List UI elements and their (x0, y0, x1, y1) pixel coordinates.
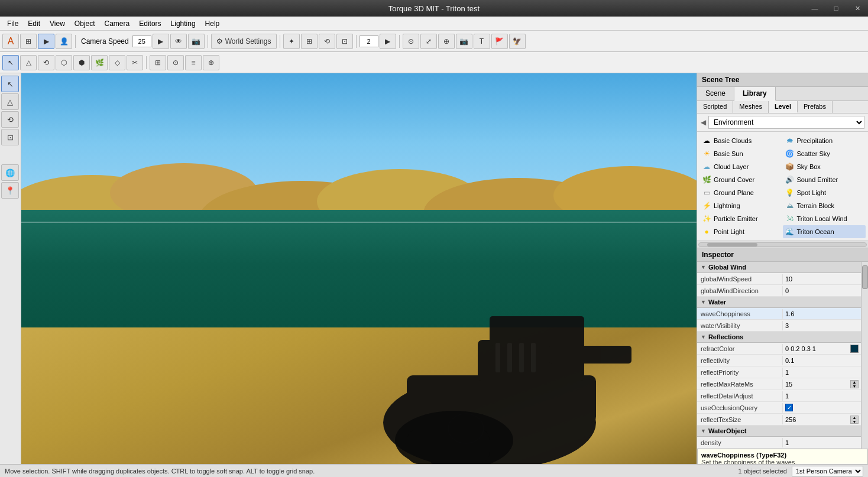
tool-scale-btn[interactable]: ⬡ (56, 55, 72, 70)
toolbar-text-btn[interactable]: T (474, 34, 490, 49)
toolbar-circle-btn[interactable]: ⊙ (403, 34, 419, 49)
toolbar-origin-btn[interactable]: ⊕ (438, 34, 455, 49)
env-item-precipitation[interactable]: 🌧 Precipitation (783, 134, 866, 147)
scene-scrollbar[interactable] (697, 241, 868, 248)
precipitation-icon: 🌧 (785, 136, 795, 145)
toolbar-grid2-btn[interactable]: ⊞ (301, 34, 318, 49)
toolbar-scale-btn[interactable]: ⊡ (336, 34, 353, 49)
inspector-scrollbar[interactable] (861, 262, 868, 449)
tool-rotate-btn[interactable]: ⟲ (38, 55, 54, 70)
lt-rotate-btn[interactable]: ⟲ (1, 111, 19, 128)
tool-decal-btn[interactable]: ◇ (109, 55, 125, 70)
env-item-basic-sun[interactable]: ☀ Basic Sun (699, 147, 783, 160)
occlusion-query-checkbox[interactable]: ✓ (785, 404, 793, 411)
close-button[interactable]: ✕ (847, 0, 868, 17)
svg-rect-12 (407, 429, 490, 464)
toolbar-snap-btn[interactable]: ✦ (283, 34, 300, 49)
point-light-icon: ● (702, 227, 711, 236)
tab-scene[interactable]: Scene (697, 87, 734, 100)
toolbar-play-btn[interactable]: ▶ (38, 34, 54, 49)
section-water[interactable]: ▼ Water (697, 297, 861, 308)
env-item-sound-emitter[interactable]: 🔊 Sound Emitter (783, 173, 866, 186)
lt-world-btn[interactable]: 🌐 (1, 164, 19, 181)
minimize-button[interactable]: — (804, 0, 825, 17)
menu-editors[interactable]: Editors (134, 18, 166, 29)
tool-cut-btn[interactable]: ✂ (127, 55, 143, 70)
grid-size-up-btn[interactable]: ▶ (380, 34, 396, 49)
env-category-select[interactable]: Environment (708, 116, 864, 129)
env-item-sky-box[interactable]: 📦 Sky Box (783, 160, 866, 173)
env-item-basic-clouds[interactable]: ☁ Basic Clouds (699, 134, 783, 147)
menu-view[interactable]: View (45, 18, 70, 29)
menu-help[interactable]: Help (200, 18, 225, 29)
env-item-terrain-block[interactable]: ⛰ Terrain Block (783, 199, 866, 212)
env-item-particle-emitter[interactable]: ✨ Particle Emitter (699, 212, 783, 225)
env-item-scatter-sky[interactable]: 🌀 Scatter Sky (783, 147, 866, 160)
toolbar-arrows-btn[interactable]: ⤢ (420, 34, 437, 49)
toolbar-flag-btn[interactable]: 🚩 (491, 34, 508, 49)
camera-speed-up-btn[interactable]: ▶ (153, 34, 169, 49)
refract-color-swatch[interactable] (850, 345, 859, 353)
grid-size-input[interactable] (359, 35, 378, 47)
tool-terrain-btn[interactable]: ⬢ (73, 55, 90, 70)
toolbar-logo-btn[interactable]: A (2, 34, 19, 49)
inspector[interactable]: Inspector ▼ Global Wind globalWindSpeed … (697, 248, 868, 464)
subtab-scripted[interactable]: Scripted (697, 101, 733, 113)
toolbar-bird-btn[interactable]: 🦅 (509, 34, 526, 49)
subtab-meshes[interactable]: Meshes (733, 101, 769, 113)
tool-select-btn[interactable]: ↖ (2, 55, 19, 70)
menu-camera[interactable]: Camera (100, 18, 135, 29)
section-water-object[interactable]: ▼ WaterObject (697, 426, 861, 437)
basic-clouds-icon: ☁ (702, 136, 711, 145)
lt-local-btn[interactable]: 📍 (1, 182, 19, 199)
env-item-point-light[interactable]: ● Point Light (699, 225, 783, 238)
tool-sep1 (146, 56, 147, 69)
tool-grid3-btn[interactable]: ⊞ (150, 55, 166, 70)
world-settings-btn[interactable]: ⚙ World Settings (211, 34, 277, 49)
row-refract-color: refractColor 0 0.2 0.3 1 (697, 343, 861, 355)
tab-library[interactable]: Library (734, 87, 776, 101)
viewport[interactable] (21, 73, 697, 464)
camera-mode-select[interactable]: 1st Person Camera Orbit Camera Fly Camer… (792, 466, 863, 476)
menu-object[interactable]: Object (70, 18, 100, 29)
subtab-level[interactable]: Level (769, 101, 798, 113)
env-item-cloud-layer[interactable]: ☁ Cloud Layer (699, 160, 783, 173)
scroll-track[interactable] (698, 242, 867, 247)
lt-scale-btn[interactable]: ⊡ (1, 129, 19, 145)
toolbar-camera-btn[interactable]: 📷 (188, 34, 205, 49)
row-reflect-detail-adjust: reflectDetailAdjust 1 (697, 390, 861, 402)
env-item-spot-light[interactable]: 💡 Spot Light (783, 186, 866, 199)
env-item-triton-local-wind[interactable]: 🌬 Triton Local Wind (783, 212, 866, 225)
toolbar-person-btn[interactable]: 👤 (56, 34, 72, 49)
tooltip-description: Set the choppiness of the waves. (701, 459, 864, 464)
tool-foliage-btn[interactable]: 🌿 (91, 55, 108, 70)
subtab-prefabs[interactable]: Prefabs (798, 101, 833, 113)
env-item-lightning[interactable]: ⚡ Lightning (699, 199, 783, 212)
section-reflections[interactable]: ▼ Reflections (697, 332, 861, 343)
env-back-arrow[interactable]: ◀ (701, 118, 706, 126)
env-item-ground-plane[interactable]: ▭ Ground Plane (699, 186, 783, 199)
inspector-header: Inspector (697, 248, 868, 262)
tool-move-btn[interactable]: △ (20, 55, 37, 70)
tool-smooth-btn[interactable]: ⊙ (167, 55, 184, 70)
toolbar-camera2-btn[interactable]: 📷 (456, 34, 472, 49)
camera-speed-input[interactable] (132, 35, 151, 47)
toolbar-grid-btn[interactable]: ⊞ (20, 34, 37, 49)
tool-stamp-btn[interactable]: ⊕ (203, 55, 219, 70)
env-item-ground-cover[interactable]: 🌿 Ground Cover (699, 173, 783, 186)
reflect-max-spin-btn[interactable]: ▲ ▼ (850, 380, 859, 388)
lt-select-btn[interactable]: ↖ (1, 76, 19, 92)
section-global-wind[interactable]: ▼ Global Wind (697, 262, 861, 273)
menu-lighting[interactable]: Lighting (166, 18, 200, 29)
reflect-tex-size-spin-btn[interactable]: ▲ ▼ (850, 416, 859, 424)
maximize-button[interactable]: □ (825, 0, 847, 17)
tool-flatten-btn[interactable]: ≡ (185, 55, 202, 70)
inspector-tooltip: waveChoppiness (TypeF32) Set the choppin… (697, 449, 868, 464)
lt-move-btn[interactable]: △ (1, 93, 19, 110)
toolbar-eye-btn[interactable]: 👁 (170, 34, 187, 49)
toolbar-rotate-btn[interactable]: ⟲ (319, 34, 335, 49)
menu-file[interactable]: File (2, 18, 23, 29)
toolbar-tools: ↖ △ ⟲ ⬡ ⬢ 🌿 ◇ ✂ ⊞ ⊙ ≡ ⊕ (0, 52, 868, 73)
env-item-triton-ocean[interactable]: 🌊 Triton Ocean (783, 225, 866, 238)
menu-edit[interactable]: Edit (23, 18, 45, 29)
